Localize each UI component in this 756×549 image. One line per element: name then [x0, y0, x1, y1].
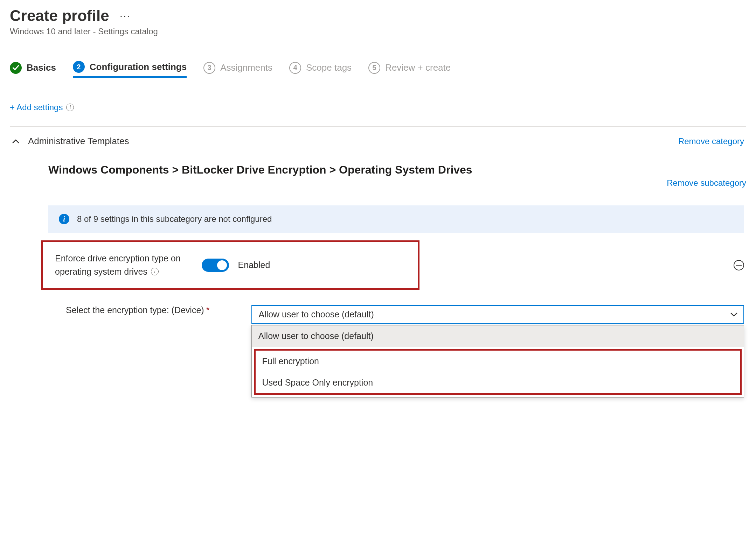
dropdown-option[interactable]: Allow user to choose (default)	[252, 325, 744, 347]
add-settings-link[interactable]: + Add settings	[10, 103, 63, 112]
subcategory-title: Windows Components > BitLocker Drive Enc…	[48, 162, 472, 178]
step-configuration-settings[interactable]: 2 Configuration settings	[73, 61, 187, 78]
step-assignments[interactable]: 3 Assignments	[203, 62, 272, 77]
setting-label: Enforce drive encryption type on	[55, 252, 181, 265]
step-label: Assignments	[220, 62, 272, 73]
remove-subcategory-link[interactable]: Remove subcategory	[667, 178, 746, 188]
checkmark-icon	[10, 62, 22, 74]
more-actions-icon[interactable]: ···	[120, 10, 131, 22]
step-label: Review + create	[385, 62, 451, 73]
toggle-state-label: Enabled	[238, 260, 270, 270]
enabled-toggle[interactable]	[202, 259, 229, 272]
remove-category-link[interactable]: Remove category	[678, 136, 744, 146]
setting-label: operating system drives	[55, 265, 147, 279]
info-banner: i 8 of 9 settings in this subcategory ar…	[48, 205, 744, 233]
select-label: Select the encryption type: (Device)	[66, 305, 204, 315]
step-number-icon: 2	[73, 61, 85, 73]
step-number-icon: 3	[203, 62, 215, 74]
chevron-up-icon[interactable]	[12, 138, 20, 145]
remove-setting-icon[interactable]	[734, 260, 744, 270]
dropdown-option[interactable]: Used Space Only encryption	[256, 372, 740, 393]
encryption-type-select[interactable]: Allow user to choose (default)	[251, 305, 744, 324]
divider	[10, 126, 746, 127]
info-icon[interactable]: i	[66, 104, 74, 111]
chevron-down-icon	[730, 311, 738, 318]
page-title: Create profile	[10, 7, 109, 24]
info-icon: i	[59, 214, 69, 224]
setting-enforce-encryption-type: Enforce drive encryption type on operati…	[41, 240, 419, 290]
encryption-type-dropdown: Allow user to choose (default) Full encr…	[251, 325, 744, 397]
select-value: Allow user to choose (default)	[258, 309, 374, 319]
category-title: Administrative Templates	[28, 136, 129, 147]
info-icon[interactable]: i	[151, 268, 159, 275]
step-label: Configuration settings	[90, 62, 187, 72]
step-label: Basics	[27, 62, 56, 73]
step-label: Scope tags	[306, 62, 352, 73]
required-indicator: *	[206, 305, 210, 315]
page-subtitle: Windows 10 and later - Settings catalog	[10, 27, 746, 36]
step-basics[interactable]: Basics	[10, 62, 56, 77]
step-number-icon: 4	[289, 62, 301, 74]
step-scope-tags[interactable]: 4 Scope tags	[289, 62, 352, 77]
info-banner-text: 8 of 9 settings in this subcategory are …	[77, 214, 272, 224]
step-review-create[interactable]: 5 Review + create	[368, 62, 451, 77]
step-number-icon: 5	[368, 62, 380, 74]
wizard-stepper: Basics 2 Configuration settings 3 Assign…	[10, 61, 746, 78]
dropdown-option[interactable]: Full encryption	[256, 351, 740, 372]
